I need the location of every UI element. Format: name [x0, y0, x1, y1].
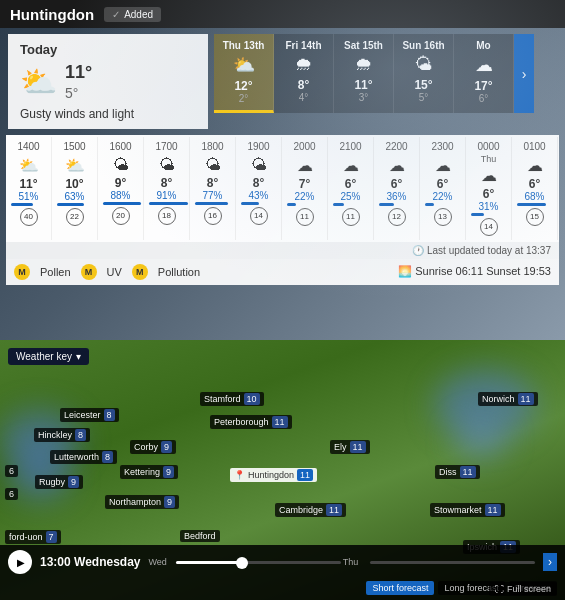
forecast-next-button[interactable]: ›	[514, 34, 534, 113]
map-label-ely: Ely 11	[330, 440, 370, 454]
weather-blob-4	[455, 420, 505, 460]
hour-2200: 2200 ☁ 6° 36% 12	[374, 137, 420, 240]
hour-1900: 1900 🌤 8° 43% 14	[236, 137, 282, 240]
today-low-temp: 5°	[65, 84, 92, 102]
tab-short-forecast[interactable]: Short forecast	[366, 581, 434, 595]
hour-1400: 1400 ⛅ 11° 51% 40	[6, 137, 52, 240]
today-panel: Today ⛅ 11° 5° Gusty winds and light	[8, 34, 208, 129]
map-label-leicester: Leicester 8	[60, 408, 119, 422]
today-weather-icon: ⛅	[20, 64, 57, 99]
hour-2100: 2100 ☁ 6° 25% 11	[328, 137, 374, 240]
sunrise-icon: 🌅	[398, 265, 412, 277]
pollution-label: Pollution	[158, 266, 200, 278]
fullscreen-icon: ⛶	[495, 584, 504, 594]
location-name: Huntingdon	[10, 6, 94, 23]
info-strip: M Pollen M UV M Pollution 🌅 Sunrise 06:1…	[6, 259, 559, 285]
forecast-strip: Thu 13th ⛅ 12° 2° Fri 14th 🌧 8° 4° Sat 1…	[214, 34, 534, 113]
hour-0100: 0100 ☁ 6° 68% 15	[512, 137, 558, 240]
hour-2300: 2300 ☁ 6° 22% 13	[420, 137, 466, 240]
map-label-hinckley: Hinckley 8	[34, 428, 90, 442]
thu-label: Thu	[343, 557, 368, 567]
forecast-day-mon[interactable]: Mo ☁ 17° 6°	[454, 34, 514, 113]
forecast-day-thu[interactable]: Thu 13th ⛅ 12° 2°	[214, 34, 274, 113]
map-label-stowmarket: Stowmarket 11	[430, 503, 505, 517]
pollen-badge: M	[14, 264, 30, 280]
hour-0000: 0000 Thu ☁ 6° 31% 14	[466, 137, 512, 240]
map-timeline: ▶ 13:00 Wednesday Wed Thu › Short foreca…	[0, 545, 565, 600]
sunrise-info: 🌅 Sunrise 06:11 Sunset 19:53	[398, 265, 551, 278]
map-pin-icon: 📍	[234, 470, 245, 480]
hour-1700: 1700 🌤 8° 91% 18	[144, 137, 190, 240]
forecast-day-sat[interactable]: Sat 15th 🌧 11° 3°	[334, 34, 394, 113]
play-button[interactable]: ▶	[8, 550, 32, 574]
map-label-peterborough: Peterborough 11	[210, 415, 292, 429]
map-label-bedford: Bedford	[180, 530, 220, 542]
added-badge: ✓ Added	[104, 7, 161, 22]
map-section: Weather key ▾ Leicester 8 Stamford 10 No…	[0, 340, 565, 600]
map-label-edge1: ford-uon 7	[5, 530, 61, 544]
map-label-huntingdon: 📍 Huntingdon 11	[230, 468, 317, 482]
timeline-wed[interactable]	[176, 561, 341, 564]
play-icon: ▶	[17, 557, 25, 568]
pollution-badge: M	[132, 264, 148, 280]
pollen-items: M Pollen M UV M Pollution	[14, 264, 200, 280]
pollen-label: Pollen	[40, 266, 71, 278]
wed-label: Wed	[149, 557, 174, 567]
today-high-temp: 11°	[65, 61, 92, 84]
chevron-down-icon: ▾	[76, 351, 81, 362]
weather-section: Huntingdon ✓ Added Today ⛅ 11° 5° Gusty …	[0, 0, 565, 340]
hour-0200: 0200 ☁ 6° 52% 16	[558, 137, 559, 240]
timeline-next-button[interactable]: ›	[543, 553, 557, 571]
uv-badge: M	[81, 264, 97, 280]
hour-2000: 2000 ☁ 7° 22% 11	[282, 137, 328, 240]
map-label-6b: 6	[5, 488, 18, 500]
today-description: Gusty winds and light	[20, 107, 196, 121]
hour-1800: 1800 🌤 8° 77% 16	[190, 137, 236, 240]
map-label-kettering: Kettering 9	[120, 465, 178, 479]
check-icon: ✓	[112, 9, 120, 20]
header-bar: Huntingdon ✓ Added	[0, 0, 565, 28]
map-label-norwich: Norwich 11	[478, 392, 538, 406]
map-label-rugby: Rugby 9	[35, 475, 83, 489]
forecast-day-sun[interactable]: Sun 16th 🌤 15° 5°	[394, 34, 454, 113]
map-label-corby: Corby 9	[130, 440, 176, 454]
hourly-section: 1400 ⛅ 11° 51% 40 1500 ⛅ 10° 63% 22 1600…	[6, 135, 559, 242]
weather-key-button[interactable]: Weather key ▾	[8, 348, 89, 365]
map-label-diss: Diss 11	[435, 465, 480, 479]
fullscreen-button[interactable]: ⛶ Full screen	[489, 582, 557, 596]
map-label-lutterworth: Lutterworth 8	[50, 450, 117, 464]
clock-icon: 🕐	[412, 245, 424, 256]
hour-1500: 1500 ⛅ 10° 63% 22	[52, 137, 98, 240]
map-label-northampton: Northampton 9	[105, 495, 179, 509]
forecast-day-fri[interactable]: Fri 14th 🌧 8° 4°	[274, 34, 334, 113]
hourly-times-row: 1400 ⛅ 11° 51% 40 1500 ⛅ 10° 63% 22 1600…	[6, 135, 559, 242]
hour-1600: 1600 🌤 9° 88% 20	[98, 137, 144, 240]
map-label-cambridge: Cambridge 11	[275, 503, 346, 517]
today-label: Today	[20, 42, 196, 57]
timeline-thu[interactable]	[370, 561, 535, 564]
map-label-6a: 6	[5, 465, 18, 477]
map-time-display: 13:00 Wednesday	[40, 555, 141, 569]
last-updated: 🕐 Last updated today at 13:37	[6, 242, 559, 259]
uv-label: UV	[107, 266, 122, 278]
map-label-stamford: Stamford 10	[200, 392, 264, 406]
